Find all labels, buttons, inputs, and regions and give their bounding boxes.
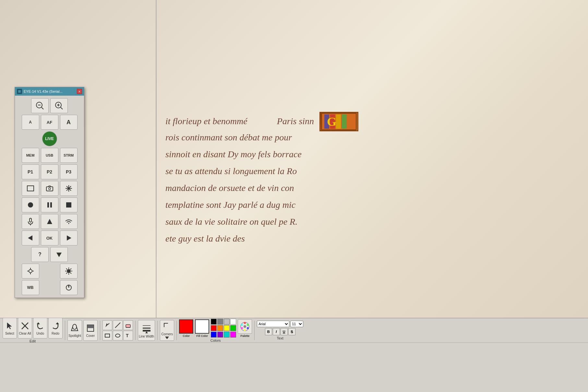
color-silver[interactable] — [224, 319, 230, 325]
brightness-down-button[interactable] — [22, 264, 39, 279]
p1-button[interactable]: P1 — [22, 164, 39, 179]
svg-line-45 — [70, 268, 71, 269]
svg-line-57 — [108, 323, 109, 325]
text-small-button[interactable]: A — [22, 115, 39, 130]
svg-line-58 — [115, 323, 120, 328]
wb-button[interactable]: WB — [22, 280, 39, 295]
p2-button[interactable]: P2 — [41, 164, 58, 179]
underline-button[interactable]: U — [281, 328, 288, 335]
mic-button[interactable] — [22, 214, 39, 229]
main-color-swatch[interactable] — [179, 319, 193, 334]
wifi-button[interactable] — [60, 214, 78, 229]
font-size-select[interactable]: 11 — [290, 321, 303, 327]
ok-button[interactable]: OK — [41, 231, 58, 245]
bold-button[interactable]: B — [265, 328, 272, 335]
color-gray[interactable] — [217, 319, 223, 325]
palette-group: Palette — [238, 319, 252, 338]
svg-point-54 — [73, 324, 77, 329]
fill-color-swatch[interactable] — [195, 319, 209, 334]
svg-point-33 — [29, 269, 32, 273]
select-button[interactable]: Select — [3, 318, 17, 339]
af-button[interactable]: AF — [41, 115, 58, 130]
color-cyan[interactable] — [224, 332, 230, 338]
font-row: Arial 11 — [257, 321, 303, 327]
color-magenta[interactable] — [230, 332, 236, 338]
help-button[interactable]: ? — [31, 247, 49, 262]
color-black[interactable] — [211, 319, 217, 325]
svg-marker-31 — [67, 235, 71, 241]
undo-button[interactable]: Undo — [33, 318, 47, 339]
svg-rect-56 — [87, 325, 94, 328]
pen-button[interactable] — [102, 320, 112, 330]
color-swatches-row: Color Fill Color — [179, 319, 252, 338]
ms-line-r1: it florieup et benommé Paris sinn — [165, 116, 314, 126]
live-button[interactable]: LIVE — [42, 131, 57, 146]
nav-row: OK — [18, 231, 81, 245]
sep4 — [157, 321, 158, 340]
p3-button[interactable]: P3 — [60, 164, 78, 179]
record-button[interactable] — [22, 197, 39, 212]
palette-button[interactable] — [238, 319, 252, 334]
color-green[interactable] — [230, 325, 236, 331]
main-color-group: Color — [179, 319, 193, 338]
pause-button[interactable] — [41, 197, 58, 212]
color-blue[interactable] — [211, 332, 217, 338]
mic-row — [18, 214, 81, 229]
sep2 — [100, 321, 100, 340]
color-yellow[interactable] — [224, 325, 230, 331]
text-large-button[interactable]: A — [60, 115, 78, 130]
svg-point-62 — [115, 334, 120, 337]
redo-button[interactable]: Redo — [48, 318, 63, 339]
stop-button[interactable] — [60, 197, 78, 212]
svg-point-74 — [244, 329, 246, 331]
wb-power-row: WB — [18, 280, 81, 295]
up-button[interactable] — [41, 214, 58, 229]
line-width-button[interactable]: Line Width — [138, 320, 155, 341]
color-white[interactable] — [230, 319, 236, 325]
color-purple[interactable] — [217, 332, 223, 338]
italic-button[interactable]: I — [273, 328, 280, 335]
mem-button[interactable]: MEM — [22, 148, 39, 163]
eraser-button[interactable] — [123, 320, 133, 330]
svg-rect-26 — [66, 202, 71, 208]
corners-button[interactable]: Corners — [160, 320, 174, 341]
svg-marker-32 — [56, 253, 62, 257]
window-button[interactable] — [22, 181, 39, 196]
clear-all-button[interactable]: Clear All — [18, 318, 32, 339]
left-button[interactable] — [22, 231, 39, 245]
color-orange[interactable] — [217, 325, 223, 331]
text-format-buttons: B I U S — [265, 328, 295, 335]
line-button[interactable] — [113, 320, 123, 330]
text-draw-button[interactable]: T — [123, 331, 133, 340]
panel-close-button[interactable]: × — [77, 89, 82, 94]
panel-content: A AF A LIVE MEM USB STRM P1 P2 P3 — [15, 96, 84, 298]
page-divider — [156, 0, 157, 318]
strm-button[interactable]: STRM — [60, 148, 78, 163]
edit-group: Select Clear All Undo — [3, 318, 63, 343]
svg-text:G: G — [327, 115, 337, 128]
power-button[interactable] — [60, 280, 78, 295]
circle-button[interactable] — [113, 331, 123, 340]
camera-button[interactable] — [41, 181, 58, 196]
brightness-up-button[interactable] — [60, 264, 78, 279]
color-row-1 — [211, 319, 236, 325]
color-red[interactable] — [211, 325, 217, 331]
shadow-button[interactable]: S — [288, 328, 295, 335]
usb-button[interactable]: USB — [41, 148, 58, 163]
drawing-bottom-row: T — [102, 331, 133, 340]
right-button[interactable] — [60, 231, 78, 245]
zoom-out-button[interactable] — [31, 98, 49, 113]
down-button[interactable] — [50, 247, 68, 262]
decorative-initial: G — [319, 112, 358, 131]
svg-marker-68 — [165, 337, 169, 339]
ms-line-r3: sinnoit en disant Dy moy fels borrace — [165, 149, 302, 160]
bottom-toolbar: Select Clear All Undo — [0, 318, 588, 392]
font-select[interactable]: Arial — [257, 321, 289, 327]
cover-button[interactable]: Cover — [83, 320, 98, 341]
svg-rect-27 — [30, 218, 31, 222]
rect-button[interactable] — [102, 331, 112, 340]
spotlight-button[interactable]: Spotlight — [67, 320, 82, 341]
color-grid-group — [211, 319, 236, 338]
freeze-button[interactable] — [60, 181, 78, 196]
zoom-in-button[interactable] — [50, 98, 68, 113]
